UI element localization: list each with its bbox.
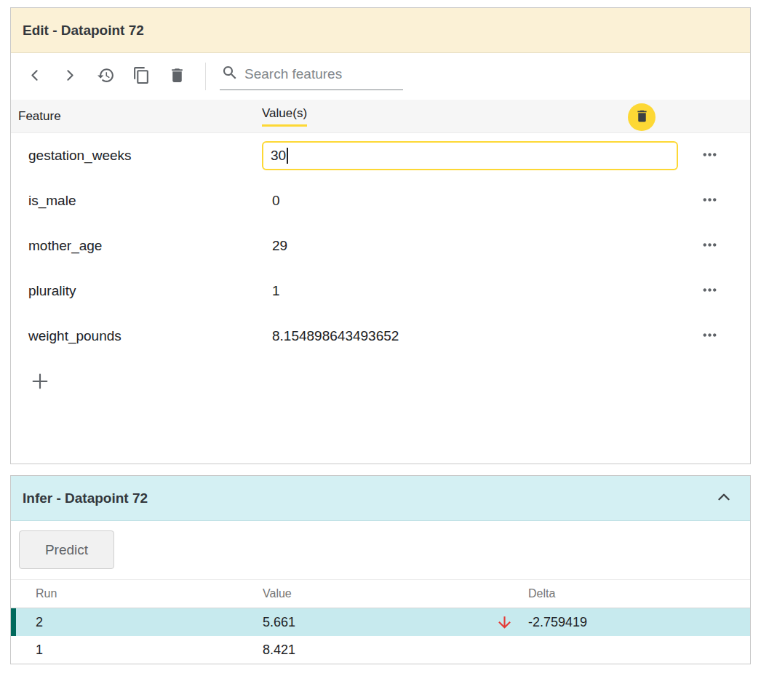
search-features-input[interactable] <box>244 66 402 82</box>
feature-row-menu-button[interactable] <box>685 145 750 167</box>
copy-icon <box>132 66 151 87</box>
feature-value[interactable]: 1 <box>262 283 280 299</box>
feature-row: is_male 0 <box>11 178 750 223</box>
trash-icon <box>168 66 186 87</box>
arrow-down-icon <box>481 613 528 632</box>
chevron-left-icon <box>25 66 44 87</box>
prev-datapoint-button[interactable] <box>20 62 49 91</box>
value-column-header: Value(s) <box>262 106 307 127</box>
feature-value: 30 <box>271 148 286 164</box>
infer-panel-body: Predict Run Value Delta 2 5.661 -2.75941… <box>11 521 750 664</box>
edit-panel-header: Edit - Datapoint 72 <box>11 8 750 53</box>
page: Edit - Datapoint 72 <box>0 0 761 672</box>
infer-panel-title: Infer - Datapoint 72 <box>23 490 148 506</box>
predict-button[interactable]: Predict <box>19 530 114 569</box>
edit-panel-title: Edit - Datapoint 72 <box>23 23 144 39</box>
inference-table: Run Value Delta 2 5.661 -2.759419 1 8.42… <box>11 579 750 664</box>
history-icon <box>97 66 115 87</box>
collapse-panel-button[interactable] <box>709 484 738 513</box>
feature-row: mother_age 29 <box>11 223 750 269</box>
text-caret <box>287 148 288 164</box>
feature-row: weight_pounds 8.154898643493652 <box>11 314 750 359</box>
chevron-up-icon <box>714 488 733 509</box>
more-horiz-icon <box>700 190 720 212</box>
next-datapoint-button[interactable] <box>55 62 84 91</box>
duplicate-button[interactable] <box>127 62 156 91</box>
feature-name: plurality <box>28 283 76 298</box>
delta-column-header: Delta <box>528 587 555 600</box>
feature-name: weight_pounds <box>28 328 121 343</box>
feature-rows: gestation_weeks 30 is_male 0 mother_ <box>11 133 750 359</box>
edit-toolbar <box>11 53 750 100</box>
search-icon <box>221 64 239 84</box>
more-horiz-icon <box>700 325 720 347</box>
run-number: 1 <box>36 643 43 657</box>
trash-icon <box>634 108 650 126</box>
delta-value: -2.759419 <box>528 615 587 630</box>
feature-value[interactable]: 0 <box>262 193 280 209</box>
inference-row-selected[interactable]: 2 5.661 -2.759419 <box>11 608 750 636</box>
feature-value-input[interactable]: 30 <box>262 141 678 170</box>
feature-value[interactable]: 8.154898643493652 <box>262 328 399 344</box>
prediction-value: 8.421 <box>263 643 295 657</box>
add-feature-button[interactable] <box>25 367 55 397</box>
more-horiz-icon <box>700 235 720 257</box>
feature-row-menu-button[interactable] <box>685 280 750 302</box>
inference-row[interactable]: 1 8.421 <box>11 636 750 664</box>
feature-table-header: Feature Value(s) <box>11 100 750 133</box>
feature-name: is_male <box>28 193 76 208</box>
feature-row-menu-button[interactable] <box>685 325 750 347</box>
feature-row: plurality 1 <box>11 269 750 314</box>
delete-feature-button[interactable] <box>628 103 656 131</box>
feature-value[interactable]: 29 <box>262 238 287 254</box>
feature-name: gestation_weeks <box>28 148 132 163</box>
infer-datapoint-panel: Infer - Datapoint 72 Predict Run Value D… <box>10 475 751 664</box>
more-horiz-icon <box>700 145 720 167</box>
infer-panel-header: Infer - Datapoint 72 <box>11 476 750 521</box>
toolbar-divider <box>205 63 206 90</box>
feature-column-header: Feature <box>18 109 61 123</box>
prediction-value: 5.661 <box>263 615 295 629</box>
delete-datapoint-button[interactable] <box>162 62 191 91</box>
value-column-header: Value <box>263 587 292 600</box>
feature-name: mother_age <box>28 238 102 253</box>
run-column-header: Run <box>36 587 57 600</box>
more-horiz-icon <box>700 280 720 302</box>
plus-icon <box>28 370 52 395</box>
feature-row: gestation_weeks 30 <box>11 133 750 178</box>
feature-row-menu-button[interactable] <box>685 235 750 257</box>
search-features-box[interactable] <box>220 63 403 90</box>
run-number: 2 <box>36 615 43 629</box>
history-button[interactable] <box>91 62 120 91</box>
feature-row-menu-button[interactable] <box>685 190 750 212</box>
chevron-right-icon <box>61 66 79 87</box>
inference-table-header: Run Value Delta <box>11 579 750 608</box>
edit-datapoint-panel: Edit - Datapoint 72 <box>10 7 751 464</box>
